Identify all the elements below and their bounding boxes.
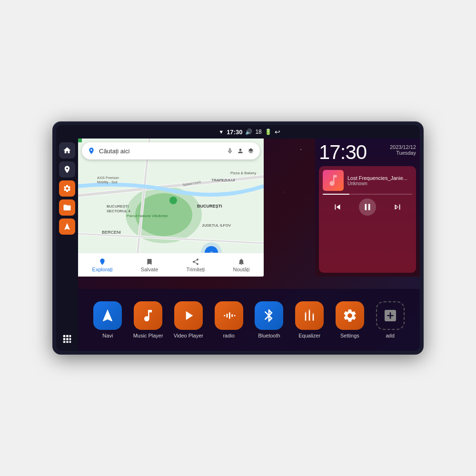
sidebar-settings-button[interactable] (59, 180, 75, 197)
app-settings-label: Settings (340, 333, 359, 338)
svg-rect-7 (66, 341, 69, 343)
right-panel: 17:30 2023/12/12 Tuesday (315, 139, 420, 277)
app-add-icon (376, 301, 405, 330)
maps-icon (88, 147, 95, 155)
map-saved-button[interactable]: Salvate (141, 258, 159, 272)
svg-rect-42 (309, 309, 310, 311)
svg-text:JUDEȚUL ILFOV: JUDEȚUL ILFOV (202, 223, 231, 228)
svg-rect-8 (69, 341, 71, 343)
battery-level: 18 (255, 129, 261, 135)
svg-text:Mobility - Sud: Mobility - Sud (97, 180, 118, 184)
status-center: ▼ 17:30 🔊 18 🔋 ↩ (218, 128, 280, 136)
app-settings[interactable]: Settings (333, 301, 367, 338)
center-content: BUCUREȘTI SECTORUL 4 BUCUREȘTI JUDEȚUL I… (78, 139, 420, 351)
sidebar-apps-button[interactable] (59, 331, 75, 347)
app-navi-icon (93, 301, 122, 330)
sidebar-folder-button[interactable] (59, 199, 75, 216)
svg-rect-6 (63, 341, 66, 343)
svg-rect-19 (78, 139, 82, 142)
left-sidebar (56, 139, 78, 351)
app-video-player[interactable]: Video Player (172, 301, 205, 338)
svg-text:SECTORUL 4: SECTORUL 4 (107, 209, 130, 213)
app-music-label: Music Player (133, 333, 163, 338)
device-frame: ▼ 17:30 🔊 18 🔋 ↩ (52, 121, 424, 355)
music-widget: Lost Frequencies_Janie... Unknown (319, 166, 416, 273)
music-next-button[interactable] (389, 198, 406, 216)
music-title: Lost Frequencies_Janie... (347, 175, 407, 181)
map-share-button[interactable]: Trimiteți (187, 258, 205, 272)
app-navi[interactable]: Navi (91, 301, 124, 338)
album-art-image (323, 170, 344, 191)
app-bluetooth-label: Bluetooth (258, 333, 280, 338)
svg-rect-1 (66, 335, 69, 337)
app-equalizer-label: Equalizer (298, 333, 320, 338)
clock-date: 2023/12/12 Tuesday (390, 142, 416, 156)
music-album-art (323, 170, 344, 191)
music-pause-button[interactable] (359, 198, 376, 216)
map-news-label: Noutăți (233, 267, 250, 272)
sidebar-map-button[interactable] (59, 161, 75, 178)
map-explore-button[interactable]: Explorați (92, 258, 113, 272)
sidebar-nav-button[interactable] (59, 218, 75, 235)
svg-rect-39 (305, 313, 307, 321)
svg-rect-38 (234, 315, 235, 317)
clock-date-value: 2023/12/12 (390, 144, 416, 150)
app-video-icon (174, 301, 203, 330)
map-container[interactable]: BUCUREȘTI SECTORUL 4 BUCUREȘTI JUDEȚUL I… (78, 139, 264, 277)
back-icon[interactable]: ↩ (275, 128, 280, 136)
svg-text:BERCENI: BERCENI (102, 230, 121, 235)
music-progress-bar[interactable] (323, 194, 412, 195)
app-music-icon (134, 301, 162, 330)
svg-text:TRAPEZULUI: TRAPEZULUI (211, 178, 235, 182)
app-video-label: Video Player (174, 333, 203, 338)
device-screen: ▼ 17:30 🔊 18 🔋 ↩ (56, 125, 420, 351)
svg-rect-5 (69, 338, 71, 340)
app-navi-label: Navi (102, 333, 113, 338)
music-note-icon (326, 173, 340, 188)
layers-icon (248, 148, 254, 154)
app-radio-icon (215, 301, 243, 330)
app-music-player[interactable]: Music Player (131, 301, 165, 338)
app-dock: Navi Music Player Video Pl (78, 289, 420, 351)
app-equalizer[interactable]: Equalizer (293, 301, 326, 338)
svg-point-18 (169, 197, 177, 204)
svg-rect-34 (224, 315, 225, 317)
music-info: Lost Frequencies_Janie... Unknown (347, 175, 407, 186)
svg-rect-4 (66, 338, 69, 340)
clock-weekday: Tuesday (390, 150, 416, 156)
main-area: BUCUREȘTI SECTORUL 4 BUCUREȘTI JUDEȚUL I… (56, 139, 420, 351)
svg-rect-40 (305, 312, 307, 313)
clock-area: 17:30 2023/12/12 Tuesday (319, 142, 416, 162)
clock-display: 17:30 (319, 142, 367, 162)
volume-icon: 🔊 (245, 129, 252, 135)
app-add[interactable]: add (374, 301, 407, 338)
app-radio-label: radio (223, 333, 234, 338)
music-track-info: Lost Frequencies_Janie... Unknown (323, 170, 412, 191)
music-progress-fill (323, 194, 349, 195)
status-time: 17:30 (227, 129, 242, 136)
map-share-label: Trimiteți (187, 267, 205, 272)
map-news-button[interactable]: Noutăți (233, 258, 250, 272)
svg-text:Parcul Natural Văcărești: Parcul Natural Văcărești (127, 214, 168, 218)
map-explore-label: Explorați (92, 267, 113, 272)
account-icon (237, 148, 244, 154)
map-search-input[interactable] (99, 148, 223, 155)
svg-text:Pizza & Bakery: Pizza & Bakery (230, 171, 256, 175)
app-bluetooth[interactable]: Bluetooth (252, 301, 286, 338)
svg-rect-2 (69, 335, 71, 337)
app-bluetooth-icon (255, 301, 283, 330)
sidebar-home-button[interactable] (59, 142, 75, 159)
svg-text:AXIS Premium: AXIS Premium (97, 176, 119, 179)
wifi-icon: ▼ (218, 129, 224, 135)
svg-rect-35 (226, 314, 228, 317)
music-prev-button[interactable] (329, 198, 346, 216)
app-radio[interactable]: radio (212, 301, 246, 338)
svg-rect-44 (313, 313, 314, 315)
status-bar: ▼ 17:30 🔊 18 🔋 ↩ (56, 125, 420, 139)
svg-rect-43 (313, 314, 314, 320)
map-search-bar[interactable] (82, 142, 260, 159)
svg-rect-0 (63, 335, 66, 337)
battery-icon: 🔋 (265, 129, 272, 135)
music-artist: Unknown (347, 181, 407, 186)
app-add-label: add (386, 333, 394, 338)
